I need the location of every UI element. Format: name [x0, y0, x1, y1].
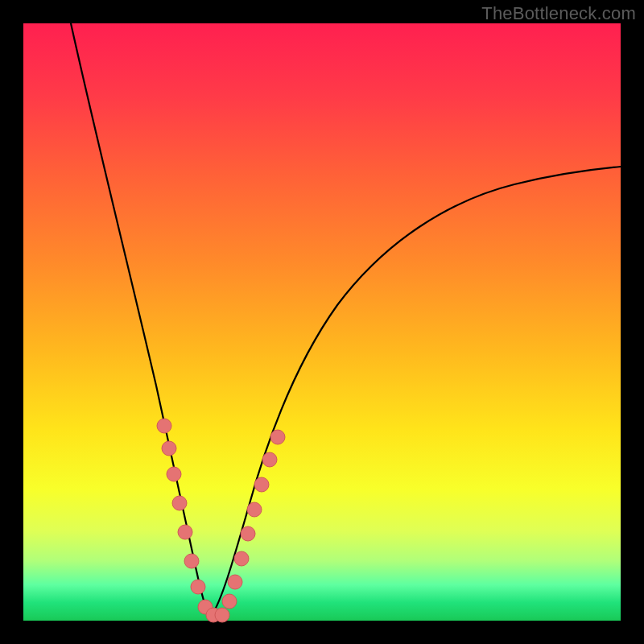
chart-frame: TheBottleneck.com	[0, 0, 644, 644]
watermark-text: TheBottleneck.com	[481, 3, 636, 24]
marker-dot	[191, 580, 205, 594]
curve-right-branch	[210, 167, 621, 617]
marker-dot	[262, 452, 277, 467]
marker-dot	[172, 496, 187, 510]
marker-dot	[228, 575, 242, 589]
marker-dot	[178, 525, 192, 539]
marker-dot	[162, 441, 176, 456]
marker-dot	[215, 608, 229, 622]
marker-dot	[157, 419, 171, 433]
marker-dot	[184, 554, 199, 568]
marker-dot	[167, 467, 181, 481]
marker-dot	[254, 477, 269, 492]
chart-svg	[23, 23, 621, 621]
marker-dot	[222, 594, 237, 609]
marker-dot	[234, 551, 249, 566]
marker-dot	[247, 502, 262, 517]
marker-dot	[241, 526, 255, 541]
plot-area	[23, 23, 621, 621]
marker-dot	[270, 430, 285, 444]
